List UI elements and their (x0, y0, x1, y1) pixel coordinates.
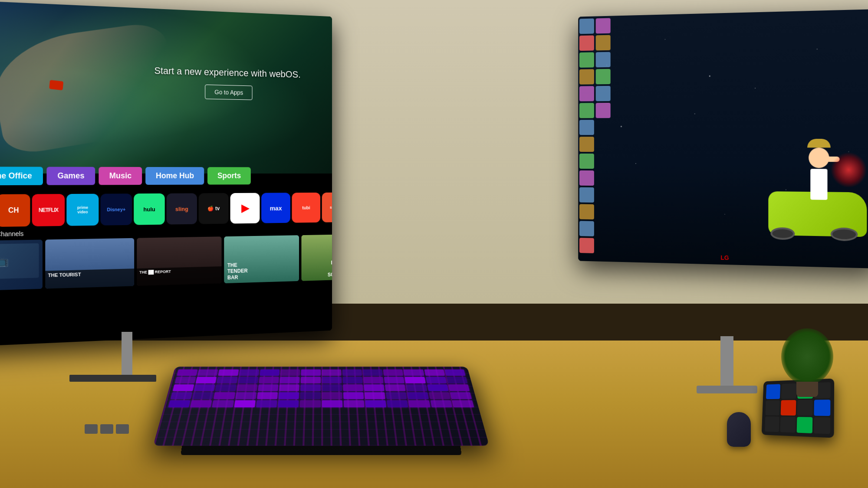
keyboard-key[interactable] (197, 370, 218, 376)
sling-app-icon[interactable]: sling (167, 193, 197, 224)
desktop-icon[interactable] (579, 238, 594, 253)
desktop-icon[interactable] (579, 52, 594, 68)
keyboard-key[interactable] (175, 377, 196, 383)
tender-bar-thumbnail[interactable]: THETENDERBAR (224, 235, 299, 283)
keyboard-key[interactable] (239, 370, 260, 376)
keyboard-key[interactable] (300, 392, 321, 399)
keyboard-key[interactable] (406, 384, 427, 391)
desktop-icon[interactable] (579, 86, 594, 101)
desktop-icon[interactable] (579, 204, 594, 219)
keyboard-key[interactable] (363, 377, 384, 383)
shopee-app-icon[interactable]: shopee (322, 193, 332, 223)
keyboard-key[interactable] (342, 377, 362, 383)
keyboard-key[interactable] (217, 377, 237, 383)
stream-deck-button-8[interactable] (814, 400, 830, 416)
prime-video-app-icon[interactable]: primevideo (66, 194, 99, 226)
keyboard-key[interactable] (235, 392, 256, 399)
keyboard-key[interactable] (365, 392, 385, 399)
keyboard-key[interactable] (430, 400, 452, 407)
go-to-apps-button[interactable]: Go to Apps (205, 85, 253, 100)
keyboard-key[interactable] (384, 377, 404, 383)
keyboard-key[interactable] (386, 392, 407, 399)
keyboard-key[interactable] (343, 400, 364, 407)
keyboard-key[interactable] (448, 384, 470, 391)
keyboard-key[interactable] (343, 392, 364, 399)
category-music[interactable]: Music (99, 167, 142, 185)
keyboard-key[interactable] (259, 377, 279, 383)
keyboard-key[interactable] (322, 370, 341, 376)
desktop-icon[interactable] (579, 19, 594, 34)
keyboard-key[interactable] (322, 392, 342, 399)
desktop-icon[interactable] (596, 86, 611, 101)
keyboard-key[interactable] (190, 400, 212, 407)
keyboard-key[interactable] (405, 377, 426, 383)
stream-deck-button-7[interactable] (797, 400, 813, 416)
desktop-icon[interactable] (579, 35, 594, 51)
stream-deck-button-9[interactable] (765, 416, 779, 432)
keyboard-key[interactable] (408, 400, 430, 407)
keyboard-key[interactable] (426, 377, 447, 383)
keyboard-key[interactable] (257, 392, 278, 399)
desktop-icon[interactable] (579, 221, 594, 236)
desk-control-button-3[interactable] (116, 424, 129, 434)
keyboard-key[interactable] (342, 370, 362, 376)
keyboard-key[interactable] (177, 370, 197, 376)
keyboard-key[interactable] (322, 400, 342, 407)
keyboard-key[interactable] (278, 400, 299, 407)
desktop-icon[interactable] (596, 69, 611, 85)
keyboard-key[interactable] (279, 392, 299, 399)
keyboard-key[interactable] (168, 400, 191, 407)
apple-tv-app-icon[interactable]: 🍎 tv (199, 193, 229, 224)
computer-mouse[interactable] (727, 412, 751, 447)
keyboard-key[interactable] (429, 392, 450, 399)
keyboard-key[interactable] (300, 384, 320, 391)
tourist-thumbnail[interactable]: THE TOURIST (45, 238, 134, 289)
desk-control-button-1[interactable] (85, 424, 98, 434)
desktop-icon[interactable] (596, 18, 611, 34)
desktop-icon[interactable] (579, 120, 594, 135)
hulu-app-icon[interactable]: hulu (134, 193, 164, 225)
keyboard-key[interactable] (424, 370, 445, 376)
youtube-app-icon[interactable]: ▶ (230, 193, 260, 224)
keyboard-key[interactable] (450, 392, 472, 399)
keyboard-key[interactable] (322, 384, 342, 391)
keyboard-key[interactable] (237, 384, 257, 391)
mechanical-keyboard[interactable]: // Will be generated dynamically below (153, 367, 490, 445)
stream-deck-button-11[interactable] (796, 417, 812, 433)
keyboard-key[interactable] (404, 370, 424, 376)
report-thumbnail[interactable]: THE ██ REPORT (137, 236, 221, 286)
desktop-icon[interactable] (579, 69, 594, 84)
keyboard-key[interactable] (387, 400, 408, 407)
category-home-office[interactable]: Home Office (0, 167, 43, 185)
desktop-icon[interactable] (579, 137, 594, 152)
stream-deck-button-10[interactable] (780, 417, 796, 433)
keyboard-key[interactable] (365, 400, 386, 407)
recent-input-thumbnail[interactable]: 📺 Recent Input HDMI 4 (0, 239, 43, 291)
keyboard-key[interactable] (280, 377, 300, 383)
max-app-icon[interactable]: max (261, 193, 290, 223)
keyboard-key[interactable] (446, 377, 467, 383)
keyboard-key[interactable] (427, 384, 448, 391)
keyboard-key[interactable] (234, 400, 255, 407)
keyboard-key[interactable] (260, 370, 279, 376)
keyboard-key[interactable] (256, 400, 277, 407)
netflix-app-icon[interactable]: NETFLIX (32, 194, 65, 226)
keyboard-key[interactable] (407, 392, 428, 399)
keyboard-key[interactable] (212, 400, 234, 407)
keyboard-key[interactable] (452, 400, 474, 407)
back-to-school-thumbnail[interactable]: BACKTOSCHOOL (301, 234, 332, 281)
desktop-icon[interactable] (596, 35, 611, 51)
keyboard-key[interactable] (238, 377, 258, 383)
keyboard-key[interactable] (171, 392, 193, 399)
disney-plus-app-icon[interactable]: Disney+ (100, 193, 132, 225)
keyboard-key[interactable] (280, 370, 300, 376)
keyboard-key[interactable] (301, 377, 321, 383)
desktop-icon[interactable] (579, 187, 594, 203)
category-home-hub[interactable]: Home Hub (145, 167, 204, 185)
keyboard-key[interactable] (363, 370, 383, 376)
keyboard-key[interactable] (173, 384, 194, 391)
keyboard-key[interactable] (385, 384, 406, 391)
stream-deck-button-1[interactable] (766, 384, 780, 399)
desk-control-button-2[interactable] (100, 424, 113, 434)
keyboard-key[interactable] (322, 377, 342, 383)
